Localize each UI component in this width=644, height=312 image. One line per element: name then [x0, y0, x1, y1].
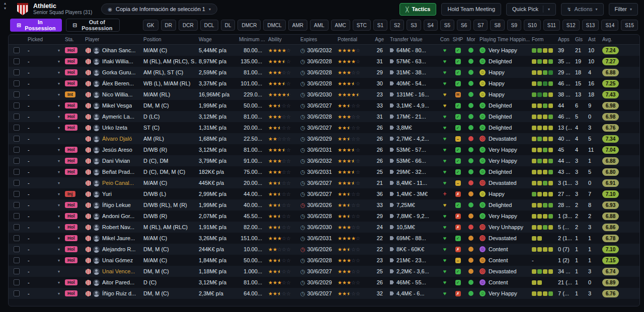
- player-name[interactable]: Alejandro R...: [102, 246, 136, 252]
- actions-button[interactable]: ↯ Actions ▾: [561, 3, 603, 16]
- table-row[interactable]: -▾ Hol Aitor Pared... D (C) 3,12M€ p/a 8…: [9, 277, 639, 288]
- picked-select[interactable]: -▾: [26, 222, 63, 233]
- position-filter-dcl[interactable]: DCL: [200, 20, 218, 31]
- table-row[interactable]: -▾ Hol Unai Gómez M/AM (C) 1,84M€ p/a 50…: [9, 255, 639, 266]
- row-checkbox[interactable]: [14, 180, 20, 186]
- player-name[interactable]: Peio Canal...: [102, 180, 134, 186]
- picked-select[interactable]: -▾: [26, 199, 63, 211]
- row-checkbox[interactable]: [14, 58, 20, 64]
- column-header-wage[interactable]: Wage: [197, 37, 237, 42]
- player-name[interactable]: Gorka Guru...: [102, 69, 136, 75]
- position-filter-s3[interactable]: S3: [407, 20, 421, 31]
- position-filter-s1[interactable]: S1: [373, 20, 387, 31]
- player-name[interactable]: Yuri: [102, 191, 112, 197]
- row-checkbox[interactable]: [14, 158, 20, 164]
- position-filter-amr[interactable]: AMR: [288, 20, 307, 31]
- column-header-expires[interactable]: Expires: [298, 37, 336, 42]
- column-header-mor[interactable]: Mor: [464, 37, 477, 42]
- table-row[interactable]: -▾ Hol Beñat Prad... D (C), DM, M (C) 18…: [9, 166, 639, 177]
- position-filter-s15[interactable]: S15: [621, 20, 638, 31]
- table-row[interactable]: -▾ Álvaro Djaló AM (RL) 1,68M€ p/a 22.50…: [9, 133, 639, 144]
- column-header-playing-time-happin[interactable]: Playing Time Happin...: [477, 37, 530, 42]
- row-checkbox[interactable]: [14, 91, 20, 97]
- row-checkbox[interactable]: [14, 235, 20, 241]
- picked-select[interactable]: -▾: [26, 56, 63, 67]
- column-header-apps[interactable]: Apps: [556, 37, 573, 42]
- picked-select[interactable]: -▾: [26, 111, 63, 122]
- column-header-minimum[interactable]: Minimum ...: [237, 37, 266, 42]
- quick-pick-button[interactable]: Quick Pick ▾: [506, 3, 556, 16]
- filter-button[interactable]: Filter ▾: [609, 3, 638, 16]
- column-header-transfer-value[interactable]: Transfer Value: [388, 37, 438, 42]
- column-header-position[interactable]: Position: [141, 37, 197, 42]
- position-filter-s13[interactable]: S13: [582, 20, 599, 31]
- column-header-gls[interactable]: Gls: [573, 37, 586, 42]
- position-filter-stc[interactable]: STC: [353, 20, 371, 31]
- player-name[interactable]: Dani Vivian: [102, 158, 130, 164]
- table-row[interactable]: -▾ Hol Álex Beren... WB (L), M/AM (RL) 3…: [9, 78, 639, 89]
- row-checkbox[interactable]: [14, 136, 20, 142]
- table-row[interactable]: -▾ Unai Vence... DM, M (C) 1,18M€ p/a 1.…: [9, 266, 639, 277]
- picked-select[interactable]: -▾: [26, 133, 63, 144]
- row-checkbox[interactable]: [14, 47, 20, 53]
- position-filter-s4[interactable]: S4: [424, 20, 438, 31]
- column-header-ability[interactable]: Ability: [266, 37, 298, 42]
- table-row[interactable]: -▾ Hol Jesús Areso D/WB (R) 3,12M€ p/a 8…: [9, 144, 639, 155]
- row-checkbox[interactable]: [14, 213, 20, 219]
- picked-select[interactable]: -▾: [26, 67, 63, 78]
- position-filter-s12[interactable]: S12: [562, 20, 580, 31]
- position-filter-s2[interactable]: S2: [390, 20, 404, 31]
- column-header-avg[interactable]: Avg.: [600, 37, 622, 42]
- position-filter-s14[interactable]: S14: [601, 20, 618, 31]
- picked-select[interactable]: -▾: [26, 122, 63, 133]
- picked-select[interactable]: -▾: [26, 244, 63, 255]
- player-name[interactable]: Urko Izeta: [102, 125, 127, 131]
- position-filter-s10[interactable]: S10: [524, 20, 541, 31]
- player-name[interactable]: Álvaro Djaló: [102, 136, 132, 142]
- position-filter-s9[interactable]: S9: [507, 20, 521, 31]
- position-filter-s8[interactable]: S8: [490, 20, 504, 31]
- player-name[interactable]: Iñaki Willia...: [102, 58, 133, 64]
- table-row[interactable]: -▾ Int Nico Willia... M/AM (RL) 16,96M€ …: [9, 89, 639, 100]
- table-row[interactable]: -▾ Hol Íñigo Ruiz d... DM, M (C) 2,3M€ p…: [9, 288, 639, 299]
- player-name[interactable]: Andoni Gor...: [102, 213, 134, 219]
- picked-select[interactable]: -▾: [26, 288, 63, 299]
- player-name[interactable]: Beñat Prad...: [102, 169, 134, 175]
- table-row[interactable]: -▾ Hol Urko Izeta ST (C) 1,31M€ p/a 20.0…: [9, 122, 639, 133]
- column-header-shp[interactable]: SHP: [451, 37, 464, 42]
- position-filter-s5[interactable]: S5: [440, 20, 454, 31]
- table-row[interactable]: -▾ Hol Dani Vivian D (C), DM 3,79M€ p/a …: [9, 155, 639, 166]
- column-header-ast[interactable]: Ast: [586, 37, 600, 42]
- player-name[interactable]: Oihan Sanc...: [102, 47, 136, 53]
- table-row[interactable]: -▾ Hol Oihan Sanc... M/AM (C) 5,44M€ p/a…: [9, 45, 639, 56]
- row-checkbox[interactable]: [14, 268, 20, 274]
- position-filter-dmcl[interactable]: DMCL: [263, 20, 285, 31]
- picked-select[interactable]: -▾: [26, 266, 63, 277]
- picked-select[interactable]: -▾: [26, 188, 63, 199]
- table-row[interactable]: -▾ Hol Mikel Vesga DM, M (C) 1,99M€ p/a …: [9, 100, 639, 111]
- row-checkbox[interactable]: [14, 279, 20, 285]
- table-row[interactable]: -▾ Hol Robert Nav... M (RL), AM (RLC) 1,…: [9, 222, 639, 233]
- collapse-up-icon[interactable]: ▴: [4, 1, 6, 6]
- player-name[interactable]: Jesús Areso: [102, 147, 132, 153]
- player-name[interactable]: Mikel Vesga: [102, 102, 132, 109]
- position-filter-gk[interactable]: GK: [143, 20, 158, 31]
- table-row[interactable]: -▾ Hol Íñigo Lekue D/WB (RL), M (R) 1,99…: [9, 199, 639, 211]
- picked-select[interactable]: -▾: [26, 233, 63, 244]
- picked-select[interactable]: -▾: [26, 277, 63, 288]
- picked-select[interactable]: -▾: [26, 255, 63, 266]
- picked-select[interactable]: -▾: [26, 144, 63, 155]
- player-name[interactable]: Aitor Pared...: [102, 279, 134, 285]
- row-checkbox[interactable]: [14, 80, 20, 86]
- picked-select[interactable]: -▾: [26, 89, 63, 100]
- row-checkbox[interactable]: [14, 257, 20, 263]
- row-checkbox[interactable]: [14, 202, 20, 208]
- in-possession-button[interactable]: ⊞ In Possession: [10, 19, 62, 32]
- position-filter-dl[interactable]: DL: [221, 20, 235, 31]
- player-name[interactable]: Íñigo Lekue: [102, 202, 131, 208]
- position-filter-amc[interactable]: AMC: [331, 20, 350, 31]
- row-checkbox[interactable]: [14, 69, 20, 75]
- player-name[interactable]: Aymeric La...: [102, 114, 134, 120]
- position-filter-s6[interactable]: S6: [457, 20, 471, 31]
- position-filter-s11[interactable]: S11: [543, 20, 560, 31]
